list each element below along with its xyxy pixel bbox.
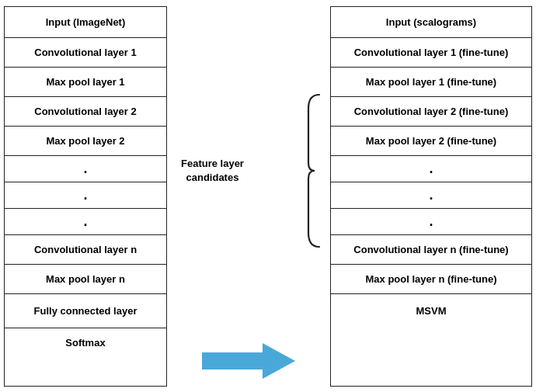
left-cell: Convolutional layer 1 (5, 38, 166, 68)
brace-container (305, 6, 322, 336)
right-cell: Convolutional layer 1 (fine-tune) (331, 38, 531, 68)
brace-svg (305, 93, 322, 248)
right-cell: . (331, 182, 531, 209)
left-cell: Max pool layer 1 (5, 68, 166, 97)
left-cell: Input (ImageNet) (5, 7, 166, 38)
right-cell: Max pool layer 1 (fine-tune) (331, 68, 531, 97)
left-cell: Softmax (5, 328, 166, 358)
right-cell: Convolutional layer 2 (fine-tune) (331, 97, 531, 127)
middle-section: Feature layer candidates (167, 6, 330, 387)
feature-label: Feature layer candidates (181, 157, 244, 185)
svg-marker-0 (202, 343, 295, 379)
right-cell: Max pool layer 2 (fine-tune) (331, 127, 531, 156)
right-cell: . (331, 209, 531, 235)
left-cell: . (5, 156, 166, 182)
left-cell: Max pool layer n (5, 265, 166, 294)
right-cell: MSVM (331, 294, 531, 328)
left-cell: . (5, 209, 166, 235)
arrow-area (167, 336, 330, 387)
feature-label-area: Feature layer candidates (167, 6, 330, 336)
left-cell: . (5, 182, 166, 209)
left-cell: Max pool layer 2 (5, 127, 166, 156)
left-cell: Convolutional layer 2 (5, 97, 166, 127)
right-cell: . (331, 156, 531, 182)
right-cell: Convolutional layer n (fine-tune) (331, 235, 531, 265)
right-cell: Max pool layer n (fine-tune) (331, 265, 531, 294)
right-cell: Input (scalograms) (331, 7, 531, 38)
left-cell: Fully connected layer (5, 294, 166, 328)
diagram: Input (ImageNet)Convolutional layer 1Max… (4, 6, 532, 387)
left-cell: Convolutional layer n (5, 235, 166, 265)
left-column: Input (ImageNet)Convolutional layer 1Max… (4, 6, 167, 387)
right-column: Input (scalograms)Convolutional layer 1 … (330, 6, 532, 387)
arrow-svg (202, 342, 295, 380)
